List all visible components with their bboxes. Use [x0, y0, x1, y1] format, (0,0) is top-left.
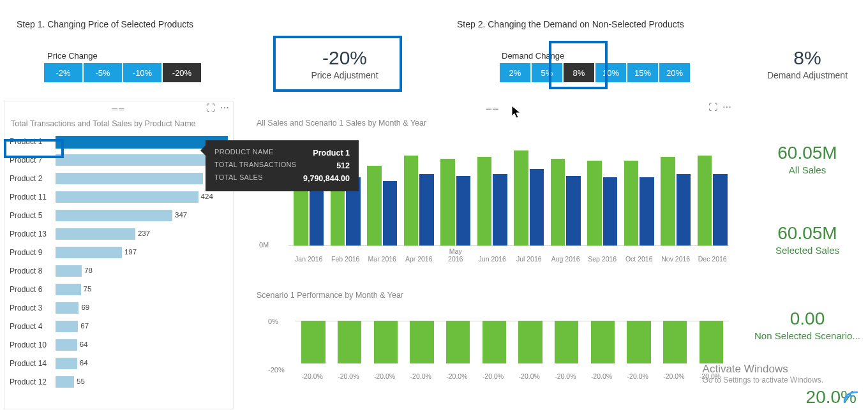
- product-row[interactable]: Product 369: [10, 298, 228, 317]
- product-row[interactable]: Product 1064: [10, 335, 228, 354]
- bar-all-sales[interactable]: [661, 157, 675, 245]
- perf-data-label: -20.0%: [442, 372, 472, 380]
- more-options-icon[interactable]: ⋯: [220, 103, 229, 113]
- demand-option-1[interactable]: 5%: [531, 62, 563, 83]
- perf-data-label: -20.0%: [622, 372, 653, 380]
- product-name: Product 7: [10, 156, 56, 165]
- bar-scenario-sales[interactable]: [566, 176, 580, 245]
- perf-bar[interactable]: [591, 321, 615, 364]
- perf-bar[interactable]: [338, 321, 361, 364]
- drag-grip-icon[interactable]: ══: [486, 104, 499, 113]
- product-row[interactable]: Product 1255: [10, 372, 228, 391]
- product-name: Product 11: [10, 193, 56, 201]
- bar-scenario-sales[interactable]: [677, 174, 691, 245]
- bar-all-sales[interactable]: [624, 161, 638, 245]
- bar-all-sales[interactable]: [587, 161, 601, 245]
- product-row[interactable]: Product 2438: [10, 169, 228, 187]
- visual-header2: ══ ⛶ ⋯: [250, 101, 735, 116]
- product-name: Product 13: [10, 230, 56, 238]
- price-option-2[interactable]: -10%: [123, 62, 162, 83]
- bar-all-sales[interactable]: [514, 150, 528, 245]
- step2-label: Step 2. Changing the Demand on Non-Selec…: [457, 19, 684, 29]
- demand-option-4[interactable]: 15%: [627, 62, 659, 83]
- kpi-price-label: Price Adjustment: [281, 70, 408, 80]
- perf-data-label: -20.0%: [297, 372, 327, 380]
- kpi-sel-sales-value: 60.05M: [753, 223, 862, 244]
- product-row[interactable]: Product 467: [10, 317, 228, 335]
- perf-bar[interactable]: [446, 321, 470, 364]
- product-name: Product 9: [10, 248, 56, 257]
- bar-scenario-sales[interactable]: [456, 176, 470, 245]
- monthly-title: All Sales and Scenario 1 Sales by Month …: [250, 116, 735, 131]
- kpi-demand-value: 8%: [753, 47, 862, 69]
- perf-bar[interactable]: [301, 321, 325, 364]
- visual-header: ══ ⛶ ⋯: [4, 101, 233, 117]
- price-option-0[interactable]: -2%: [43, 62, 83, 83]
- bar-scenario-sales[interactable]: [640, 177, 654, 245]
- product-row[interactable]: Product 13237: [10, 224, 228, 243]
- more-options-icon[interactable]: ⋯: [722, 102, 731, 112]
- kpi-all-sales: 60.05M All Sales: [753, 143, 862, 175]
- drag-grip-icon[interactable]: ══: [112, 105, 125, 113]
- bar-scenario-sales[interactable]: [419, 174, 433, 245]
- perf-y0: 0%: [268, 318, 278, 325]
- focus-mode-icon[interactable]: ⛶: [708, 102, 717, 112]
- perf-bar[interactable]: [555, 321, 578, 364]
- demand-option-3[interactable]: 10%: [595, 62, 627, 83]
- tt-k0: PRODUCT NAME: [214, 147, 274, 159]
- perf-data-label: -20.0%: [370, 372, 400, 380]
- bar-all-sales[interactable]: [698, 156, 712, 245]
- month-group: Apr 2016: [404, 156, 434, 245]
- month-group: Jun 2016: [477, 157, 507, 245]
- windows-watermark: Activate Windows Go to Settings to activ…: [703, 363, 823, 384]
- product-visual[interactable]: ══ ⛶ ⋯ Total Transactions and Total Sale…: [4, 101, 234, 409]
- perf-bar[interactable]: [483, 321, 506, 364]
- product-name: Product 10: [10, 340, 56, 349]
- bar-all-sales[interactable]: [440, 159, 454, 245]
- kpi-non-sel: 0.00 Non Selected Scenario...: [748, 309, 867, 341]
- product-row[interactable]: Product 878: [10, 261, 228, 280]
- price-option-1[interactable]: -5%: [83, 62, 123, 83]
- focus-mode-icon[interactable]: ⛶: [206, 103, 215, 113]
- perf-title: Scenario 1 Performance by Month & Year: [250, 286, 735, 304]
- bar-scenario-sales[interactable]: [383, 181, 397, 245]
- product-row[interactable]: Product 11424: [10, 187, 228, 206]
- product-row[interactable]: Product 1464: [10, 354, 228, 372]
- bar-all-sales[interactable]: [551, 159, 565, 245]
- bar-scenario-sales[interactable]: [603, 177, 617, 245]
- product-name: Product 6: [10, 285, 56, 294]
- perf-bar[interactable]: [518, 321, 542, 364]
- bar-all-sales[interactable]: [404, 156, 418, 245]
- product-row[interactable]: Product 675: [10, 280, 228, 298]
- demand-option-5[interactable]: 20%: [659, 62, 691, 83]
- product-row[interactable]: Product 5347: [10, 206, 228, 224]
- perf-bar[interactable]: [374, 321, 398, 364]
- price-option-3[interactable]: -20%: [162, 62, 202, 83]
- kpi-demand-label: Demand Adjustment: [753, 70, 862, 80]
- month-group: Nov 2016: [661, 157, 691, 245]
- perf-bar[interactable]: [627, 321, 650, 364]
- step1-label: Step 1. Changing Price of Selected Produ…: [17, 19, 193, 29]
- perf-bar[interactable]: [700, 321, 723, 364]
- demand-option-2[interactable]: 8%: [563, 62, 595, 83]
- y-axis-0m: 0M: [259, 241, 269, 249]
- subscribe-icon[interactable]: [841, 390, 863, 405]
- bar-scenario-sales[interactable]: [713, 174, 727, 245]
- perf-visual[interactable]: Scenario 1 Performance by Month & Year 0…: [250, 286, 735, 407]
- product-row[interactable]: Product 7460: [10, 150, 228, 169]
- bar-all-sales[interactable]: [367, 166, 381, 245]
- perf-data-label: -20.0%: [514, 372, 544, 380]
- perf-bar[interactable]: [410, 321, 433, 364]
- product-row[interactable]: Product 9197: [10, 243, 228, 261]
- tt-v1: 512: [336, 159, 350, 172]
- bar-all-sales[interactable]: [477, 157, 491, 245]
- kpi-price-adjustment: -20% Price Adjustment: [281, 47, 408, 80]
- demand-option-0[interactable]: 2%: [499, 62, 531, 83]
- tooltip: PRODUCT NAMEProduct 1 TOTAL TRANSACTIONS…: [206, 140, 359, 191]
- bar-scenario-sales[interactable]: [530, 169, 544, 245]
- product-row[interactable]: Product 1: [10, 132, 228, 150]
- product-name: Product 8: [10, 267, 56, 275]
- kpi-sel-sales-label: Selected Sales: [753, 245, 862, 256]
- bar-scenario-sales[interactable]: [493, 174, 507, 245]
- perf-bar[interactable]: [663, 321, 687, 364]
